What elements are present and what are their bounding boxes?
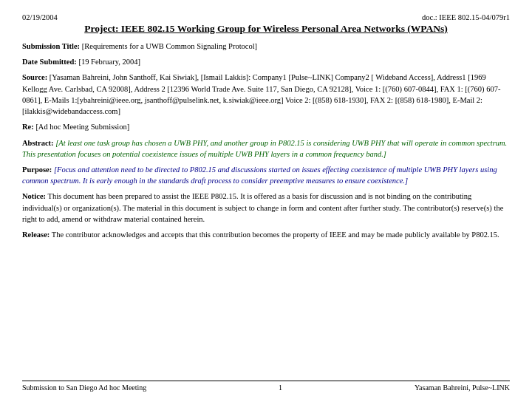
- purpose-value: [Focus and attention need to be directed…: [22, 166, 497, 185]
- source-line: Source: [Yasaman Bahreini, John Santhoff…: [22, 72, 510, 117]
- abstract-label: Abstract:: [22, 139, 54, 147]
- purpose-section: Purpose: [Focus and attention need to be…: [22, 164, 510, 186]
- submission-title-label: Submission Title:: [22, 42, 80, 50]
- page: 02/19/2004 doc.: IEEE 802.15-04/079r1 Pr…: [0, 0, 532, 399]
- top-line: 02/19/2004 doc.: IEEE 802.15-04/079r1: [22, 13, 510, 21]
- purpose-label: Purpose:: [22, 166, 52, 174]
- abstract-section: Abstract: [At least one task group has c…: [22, 137, 510, 160]
- footer-center: 1: [279, 383, 282, 392]
- page-title: Project: IEEE 802.15 Working Group for W…: [22, 23, 510, 35]
- source-value: [Yasaman Bahreini, John Santhoff, Kai Si…: [22, 73, 500, 115]
- footer: Submission to San Diego Ad hoc Meeting 1…: [22, 381, 510, 392]
- footer-right: Yasaman Bahreini, Pulse~LINK: [415, 383, 510, 392]
- notice-value: This document has been prepared to assis…: [22, 192, 503, 222]
- re-label: Re:: [22, 123, 34, 131]
- re-line: Re: [Ad hoc Meeting Submission]: [22, 121, 510, 132]
- doc-number: doc.: IEEE 802.15-04/079r1: [422, 13, 510, 21]
- footer-left: Submission to San Diego Ad hoc Meeting: [22, 383, 146, 392]
- date-submitted-label: Date Submitted:: [22, 58, 77, 66]
- re-value: [Ad hoc Meeting Submission]: [35, 123, 129, 131]
- release-section: Release: The contributor acknowledges an…: [22, 229, 510, 240]
- submission-title-line: Submission Title: [Requirements for a UW…: [22, 41, 510, 52]
- release-value: The contributor acknowledges and accepts…: [52, 231, 499, 239]
- date-submitted-line: Date Submitted: [19 February, 2004]: [22, 56, 510, 67]
- abstract-value: [At least one task group has chosen a UW…: [22, 139, 507, 158]
- notice-label: Notice:: [22, 192, 46, 200]
- notice-section: Notice: This document has been prepared …: [22, 191, 510, 225]
- submission-title-value: [Requirements for a UWB Common Signaling…: [82, 42, 257, 50]
- source-label: Source:: [22, 73, 47, 81]
- release-label: Release:: [22, 231, 50, 239]
- date: 02/19/2004: [22, 13, 58, 21]
- date-submitted-value: [19 February, 2004]: [78, 58, 140, 66]
